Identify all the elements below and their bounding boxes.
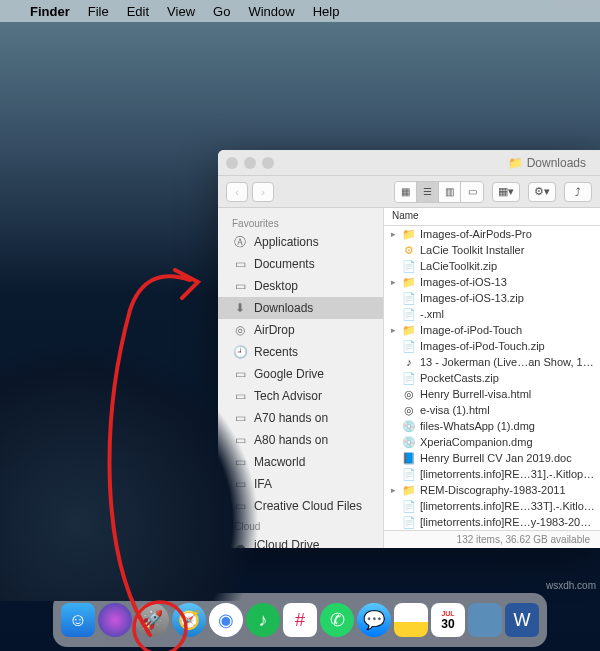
dock-spotify[interactable]: ♪	[246, 603, 280, 637]
fld-icon: ▭	[232, 410, 248, 426]
sidebar-item-a70-hands-on[interactable]: ▭A70 hands on	[218, 407, 383, 429]
finder-window: 📁 Downloads ‹ › ▦ ☰ ▥ ▭ ▦▾ ⚙▾ ⤴ Favourit…	[218, 150, 600, 548]
doc-icon: ▭	[232, 256, 248, 272]
file-row[interactable]: ▸📁Images-of-AirPods-Pro	[384, 226, 600, 242]
dock-notes[interactable]	[394, 603, 428, 637]
file-name: LaCieToolkit.zip	[420, 260, 596, 272]
dock-safari[interactable]: 🧭	[172, 603, 206, 637]
app-icon: ⚙	[402, 243, 416, 257]
file-row[interactable]: ▸📁REM-Discography-1983-2011	[384, 482, 600, 498]
column-view-icon[interactable]: ▥	[439, 182, 461, 202]
share-button[interactable]: ⤴	[564, 182, 592, 202]
file-row[interactable]: 📄Images-of-iPod-Touch.zip	[384, 338, 600, 354]
disclosure-icon[interactable]: ▸	[388, 277, 398, 287]
sidebar-item-ifa[interactable]: ▭IFA	[218, 473, 383, 495]
close-icon[interactable]	[226, 157, 238, 169]
file-name: e-visa (1).html	[420, 404, 596, 416]
tor-icon: 📄	[402, 515, 416, 529]
file-row[interactable]: 💿XperiaCompanion.dmg	[384, 434, 600, 450]
menu-window[interactable]: Window	[248, 4, 294, 19]
file-row[interactable]: 📄[limetorrents.info]RE…y-1983-2011.tor	[384, 514, 600, 530]
file-row[interactable]: ▸📁Image-of-iPod-Touch	[384, 322, 600, 338]
dock-editor[interactable]	[468, 603, 502, 637]
menubar-app[interactable]: Finder	[30, 4, 70, 19]
file-row[interactable]: 📄PocketCasts.zip	[384, 370, 600, 386]
file-row[interactable]: ▸📁Images-of-iOS-13	[384, 274, 600, 290]
html-icon: ◎	[402, 387, 416, 401]
sidebar-item-creative-cloud-files[interactable]: ▭Creative Cloud Files	[218, 495, 383, 517]
sidebar: FavouritesⒶApplications▭Documents▭Deskto…	[218, 208, 384, 548]
file-row[interactable]: ⚙LaCie Toolkit Installer	[384, 242, 600, 258]
dock-chrome[interactable]: ◉	[209, 603, 243, 637]
dock-messages[interactable]: 💬	[357, 603, 391, 637]
list-view-icon[interactable]: ☰	[417, 182, 439, 202]
sidebar-item-label: A80 hands on	[254, 433, 328, 447]
rec-icon: 🕘	[232, 344, 248, 360]
menu-view[interactable]: View	[167, 4, 195, 19]
sidebar-item-downloads[interactable]: ⬇Downloads	[218, 297, 383, 319]
file-row[interactable]: 📄Images-of-iOS-13.zip	[384, 290, 600, 306]
sidebar-item-label: Desktop	[254, 279, 298, 293]
menu-help[interactable]: Help	[313, 4, 340, 19]
file-row[interactable]: ♪13 - Jokerman (Live…an Show, 1984).m	[384, 354, 600, 370]
toolbar: ‹ › ▦ ☰ ▥ ▭ ▦▾ ⚙▾ ⤴	[218, 176, 600, 208]
dock-launch[interactable]: 🚀	[135, 603, 169, 637]
forward-button[interactable]: ›	[252, 182, 274, 202]
dock-whatsapp[interactable]: ✆	[320, 603, 354, 637]
file-row[interactable]: 📄LaCieToolkit.zip	[384, 258, 600, 274]
file-row[interactable]: 💿files-WhatsApp (1).dmg	[384, 418, 600, 434]
menu-go[interactable]: Go	[213, 4, 230, 19]
sidebar-item-label: Tech Advisor	[254, 389, 322, 403]
action-button[interactable]: ⚙▾	[528, 182, 556, 202]
sidebar-item-macworld[interactable]: ▭Macworld	[218, 451, 383, 473]
file-name: Images-of-iOS-13	[420, 276, 596, 288]
icon-view-icon[interactable]: ▦	[395, 182, 417, 202]
sidebar-item-airdrop[interactable]: ◎AirDrop	[218, 319, 383, 341]
disclosure-icon[interactable]: ▸	[388, 229, 398, 239]
sidebar-item-recents[interactable]: 🕘Recents	[218, 341, 383, 363]
disclosure-icon[interactable]: ▸	[388, 325, 398, 335]
apps-icon: Ⓐ	[232, 234, 248, 250]
file-list[interactable]: ▸📁Images-of-AirPods-Pro⚙LaCie Toolkit In…	[384, 226, 600, 530]
sidebar-heading: Favourites	[218, 214, 383, 231]
sidebar-item-label: AirDrop	[254, 323, 295, 337]
folder-icon: 📁	[508, 156, 523, 170]
cloud-icon: ☁	[232, 537, 248, 548]
sidebar-item-google-drive[interactable]: ▭Google Drive	[218, 363, 383, 385]
menu-edit[interactable]: Edit	[127, 4, 149, 19]
titlebar[interactable]: 📁 Downloads	[218, 150, 600, 176]
sidebar-item-label: iCloud Drive	[254, 538, 319, 548]
dock-cal[interactable]: JUL30	[431, 603, 465, 637]
back-button[interactable]: ‹	[226, 182, 248, 202]
file-row[interactable]: ◎Henry Burrell-visa.html	[384, 386, 600, 402]
sidebar-item-a80-hands-on[interactable]: ▭A80 hands on	[218, 429, 383, 451]
file-name: Images-of-AirPods-Pro	[420, 228, 596, 240]
dock-word[interactable]: W	[505, 603, 539, 637]
dock-siri[interactable]	[98, 603, 132, 637]
sidebar-item-applications[interactable]: ⒶApplications	[218, 231, 383, 253]
arrange-button[interactable]: ▦▾	[492, 182, 520, 202]
gallery-view-icon[interactable]: ▭	[461, 182, 483, 202]
sidebar-item-documents[interactable]: ▭Documents	[218, 253, 383, 275]
file-row[interactable]: 📘Henry Burrell CV Jan 2019.doc	[384, 450, 600, 466]
dock-slack[interactable]: #	[283, 603, 317, 637]
file-name: Henry Burrell CV Jan 2019.doc	[420, 452, 596, 464]
doc-icon: 📄	[402, 307, 416, 321]
sidebar-item-desktop[interactable]: ▭Desktop	[218, 275, 383, 297]
fld-icon: ▭	[232, 432, 248, 448]
sidebar-item-tech-advisor[interactable]: ▭Tech Advisor	[218, 385, 383, 407]
disclosure-icon[interactable]: ▸	[388, 485, 398, 495]
file-row[interactable]: ◎e-visa (1).html	[384, 402, 600, 418]
file-row[interactable]: 📄-.xml	[384, 306, 600, 322]
sidebar-item-label: Creative Cloud Files	[254, 499, 362, 513]
column-header-name[interactable]: Name	[384, 208, 600, 226]
dock-finder[interactable]: ☺	[61, 603, 95, 637]
zoom-icon[interactable]	[262, 157, 274, 169]
view-switcher[interactable]: ▦ ☰ ▥ ▭	[394, 181, 484, 203]
file-row[interactable]: 📄[limetorrents.info]RE…31].-.Kitlope (4)	[384, 466, 600, 482]
minimize-icon[interactable]	[244, 157, 256, 169]
file-row[interactable]: 📄[limetorrents.info]RE…33T].-.Kitlope.to	[384, 498, 600, 514]
fld-icon: ▭	[232, 454, 248, 470]
sidebar-item-icloud-drive[interactable]: ☁iCloud Drive	[218, 534, 383, 548]
menu-file[interactable]: File	[88, 4, 109, 19]
